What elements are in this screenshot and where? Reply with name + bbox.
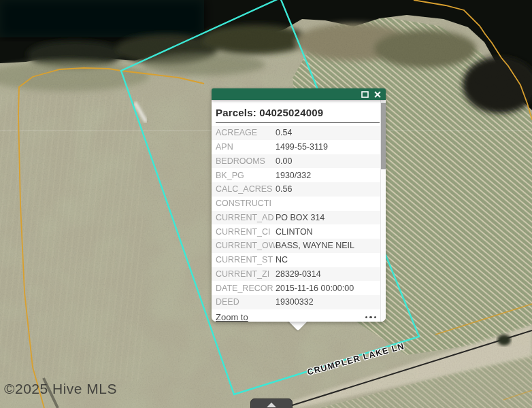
attribute-row: ACREAGE 0.54 xyxy=(212,126,380,140)
attribute-value: 1499-55-3119 xyxy=(276,142,328,152)
chevron-up-icon xyxy=(267,403,276,407)
attribute-value: 28329-0314 xyxy=(276,269,321,279)
attribute-row: CURRENT_OW BASS, WAYNE NEIL xyxy=(212,239,380,253)
zoom-to-link[interactable]: Zoom to xyxy=(216,312,248,322)
expand-panel-button[interactable] xyxy=(250,398,293,408)
attribute-row: BK_PG 1930/332 xyxy=(212,168,380,182)
attribute-label: BEDROOMS xyxy=(216,156,276,166)
parcel-popup: Parcels: 04025024009 ACREAGE 0.54 APN 14… xyxy=(212,88,386,322)
close-icon[interactable] xyxy=(374,91,381,98)
attribute-row: CURRENT_ST NC xyxy=(212,253,380,267)
attribute-label: DEED xyxy=(216,297,276,307)
attribute-value: 1930/332 xyxy=(276,171,311,180)
attribute-value: 0.56 xyxy=(276,184,292,194)
attribute-row: CONSTRUCTI xyxy=(212,197,380,211)
attribute-row: CURRENT_CI CLINTON xyxy=(212,224,380,239)
attribute-label: CURRENT_CI xyxy=(216,227,276,237)
popup-header[interactable] xyxy=(212,88,386,100)
attribute-label: CURRENT_AD xyxy=(216,213,276,222)
popup-title: Parcels: 04025024009 xyxy=(212,100,386,118)
attribute-label: CALC_ACRES xyxy=(216,184,276,194)
attribute-label: CURRENT_ZI xyxy=(216,269,276,279)
attribute-row: CALC_ACRES 0.56 xyxy=(212,182,380,197)
attribute-row: CURRENT_ZI 28329-0314 xyxy=(212,267,380,282)
attribute-label: APN xyxy=(216,142,276,152)
attribute-value: 2015-11-16 00:00:00 xyxy=(276,284,354,293)
attribute-row: DEED 19300332 xyxy=(212,295,380,309)
maximize-icon[interactable] xyxy=(361,91,369,98)
attribute-value: 0.00 xyxy=(276,156,292,166)
attribute-value: CLINTON xyxy=(276,227,313,237)
attribute-value: 0.54 xyxy=(276,128,292,137)
mls-watermark: ©2025 Hive MLS xyxy=(4,381,117,397)
ellipsis-icon[interactable] xyxy=(365,313,377,322)
attribute-value: BASS, WAYNE NEIL xyxy=(276,241,354,250)
attribute-table: ACREAGE 0.54 APN 1499-55-3119 BEDROOMS 0… xyxy=(212,126,380,309)
popup-scrollbar[interactable] xyxy=(380,100,386,322)
attribute-label: CONSTRUCTI xyxy=(216,199,276,208)
attribute-row: APN 1499-55-3119 xyxy=(212,140,380,154)
attribute-label: ACREAGE xyxy=(216,128,276,137)
attribute-row: DATE_RECOR 2015-11-16 00:00:00 xyxy=(212,281,380,295)
attribute-label: DATE_RECOR xyxy=(216,284,276,293)
attribute-value: PO BOX 314 xyxy=(276,213,325,222)
attribute-label: CURRENT_ST xyxy=(216,255,276,265)
popup-scrollbar-thumb[interactable] xyxy=(381,103,386,169)
attribute-value: 19300332 xyxy=(276,297,314,307)
attribute-row: BEDROOMS 0.00 xyxy=(212,154,380,169)
title-divider xyxy=(216,122,380,123)
popup-footer: Zoom to xyxy=(212,309,386,322)
attribute-label: CURRENT_OW xyxy=(216,241,276,250)
attribute-row: CURRENT_AD PO BOX 314 xyxy=(212,211,380,225)
popup-body: Parcels: 04025024009 ACREAGE 0.54 APN 14… xyxy=(212,100,386,322)
attribute-value: NC xyxy=(276,255,288,265)
attribute-label: BK_PG xyxy=(216,171,276,180)
